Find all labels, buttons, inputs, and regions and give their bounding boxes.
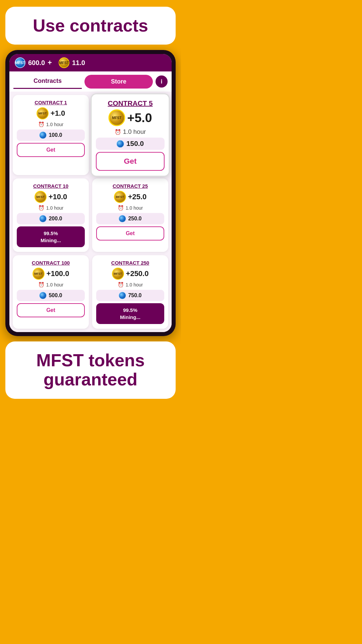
info-button[interactable]: i <box>156 75 168 88</box>
clock-icon-10: ⏰ <box>38 205 45 211</box>
contract-10-price-box: 200.0 <box>17 213 85 224</box>
price-coin-100 <box>39 292 47 299</box>
contract-250-time: ⏰ 1.0 hour <box>118 282 143 288</box>
contract-5-price-box: 150.0 <box>96 138 165 150</box>
clock-icon-25: ⏰ <box>118 205 124 211</box>
contract-1-get-button[interactable]: Get <box>17 143 85 157</box>
contract-10-time: ⏰ 1.0 hour <box>38 205 63 211</box>
contract-5-time-text: 1.0 hour <box>123 128 146 136</box>
currency-item-1: MFST 600.0 + <box>15 57 52 68</box>
contract-25-price: 250.0 <box>128 216 141 222</box>
balance-1: 600.0 <box>28 59 45 67</box>
contract-100-price: 500.0 <box>49 292 62 299</box>
clock-icon-100: ⏰ <box>38 282 45 288</box>
coin-gold-icon: MFST <box>59 57 69 68</box>
tabs-row: Contracts Store i <box>9 71 172 92</box>
contract-100-time-text: 1.0 hour <box>46 282 63 287</box>
contract-250-price: 750.0 <box>128 292 141 299</box>
top-banner: Use contracts <box>5 7 176 45</box>
contract-1-reward-row: MFST +1.0 <box>37 107 65 119</box>
contracts-grid: CONTRACT 1 MFST +1.0 ⏰ 1.0 hour 100.0 Ge… <box>9 92 172 332</box>
contract-5-coin: MFST <box>108 109 125 126</box>
contract-1-price: 100.0 <box>49 132 62 138</box>
contract-25-reward-row: MFST +25.0 <box>114 191 147 203</box>
contract-25-coin: MFST <box>114 191 126 203</box>
contract-1-time: ⏰ 1.0 hour <box>38 121 63 127</box>
top-banner-text: Use contracts <box>16 16 165 35</box>
contract-10-amount: +10.0 <box>49 193 67 201</box>
contract-250-reward-row: MFST +250.0 <box>112 268 149 280</box>
contract-25-title: CONTRACT 25 <box>113 183 148 189</box>
contract-5-amount: +5.0 <box>127 110 152 125</box>
contract-1-title: CONTRACT 1 <box>35 100 67 105</box>
contract-card-100: CONTRACT 100 MFST +100.0 ⏰ 1.0 hour 500.… <box>13 255 89 329</box>
clock-icon-5: ⏰ <box>115 129 121 135</box>
contract-250-mining-button[interactable]: 99.5%Mining... <box>96 303 164 324</box>
balance-2: 11.0 <box>72 59 85 67</box>
contract-1-price-box: 100.0 <box>17 129 85 141</box>
bottom-banner-text: MFST tokens guaranteed <box>16 351 165 389</box>
contract-5-time: ⏰ 1.0 hour <box>115 128 146 136</box>
contract-100-time: ⏰ 1.0 hour <box>38 282 63 288</box>
contract-25-amount: +25.0 <box>128 193 147 201</box>
contract-card-1: CONTRACT 1 MFST +1.0 ⏰ 1.0 hour 100.0 Ge… <box>13 95 89 175</box>
contract-10-coin: MFST <box>35 191 47 203</box>
currency-item-2: MFST 11.0 <box>59 57 85 68</box>
contract-card-5: CONTRACT 5 MFST +5.0 ⏰ 1.0 hour 150.0 Ge… <box>90 93 170 177</box>
contract-5-title: CONTRACT 5 <box>108 99 153 107</box>
contract-250-title: CONTRACT 250 <box>111 260 149 266</box>
price-coin-5 <box>117 140 124 148</box>
coin-blue-icon: MFST <box>15 57 25 68</box>
contract-250-amount: +250.0 <box>126 269 149 278</box>
contract-card-10: CONTRACT 10 MFST +10.0 ⏰ 1.0 hour 200.0 … <box>13 178 89 252</box>
contract-5-get-button[interactable]: Get <box>96 152 165 171</box>
contract-10-price: 200.0 <box>49 216 62 222</box>
contract-100-get-button[interactable]: Get <box>17 303 85 317</box>
price-coin-25 <box>119 215 126 222</box>
add-currency-button[interactable]: + <box>48 58 52 67</box>
clock-icon-250: ⏰ <box>118 282 124 288</box>
bottom-banner: MFST tokens guaranteed <box>5 341 176 398</box>
contract-100-price-box: 500.0 <box>17 290 85 301</box>
contract-25-get-button[interactable]: Get <box>96 226 164 240</box>
contract-250-price-box: 750.0 <box>96 290 164 301</box>
contract-10-title: CONTRACT 10 <box>33 183 68 189</box>
contract-1-time-text: 1.0 hour <box>46 122 63 127</box>
contract-100-coin: MFST <box>33 268 45 280</box>
tab-contracts[interactable]: Contracts <box>13 74 82 89</box>
contract-25-time-text: 1.0 hour <box>126 205 143 211</box>
contract-25-time: ⏰ 1.0 hour <box>118 205 143 211</box>
contract-1-amount: +1.0 <box>51 109 65 118</box>
contract-250-coin: MFST <box>112 268 124 280</box>
contract-card-250: CONTRACT 250 MFST +250.0 ⏰ 1.0 hour 750.… <box>92 255 168 329</box>
contract-100-amount: +100.0 <box>47 269 69 278</box>
price-coin-10 <box>39 215 47 222</box>
tab-store[interactable]: Store <box>84 75 153 89</box>
phone-screen: MFST 600.0 + MFST 11.0 Contracts Store i… <box>9 54 172 332</box>
status-bar: MFST 600.0 + MFST 11.0 <box>9 54 172 71</box>
contract-1-coin: MFST <box>37 107 49 119</box>
clock-icon-1: ⏰ <box>38 121 45 127</box>
contract-5-price: 150.0 <box>126 140 144 148</box>
contract-5-reward-row: MFST +5.0 <box>108 109 152 126</box>
contract-250-time-text: 1.0 hour <box>126 282 143 287</box>
contract-card-25: CONTRACT 25 MFST +25.0 ⏰ 1.0 hour 250.0 … <box>92 178 168 252</box>
contract-100-title: CONTRACT 100 <box>32 260 70 266</box>
contract-10-time-text: 1.0 hour <box>46 205 63 211</box>
contract-10-reward-row: MFST +10.0 <box>35 191 67 203</box>
contract-25-price-box: 250.0 <box>96 213 164 224</box>
phone-frame: MFST 600.0 + MFST 11.0 Contracts Store i… <box>5 50 176 336</box>
price-coin-1 <box>39 131 47 139</box>
contract-10-mining-button[interactable]: 99.5%Mining... <box>17 226 85 247</box>
price-coin-250 <box>119 292 126 299</box>
contract-100-reward-row: MFST +100.0 <box>33 268 69 280</box>
